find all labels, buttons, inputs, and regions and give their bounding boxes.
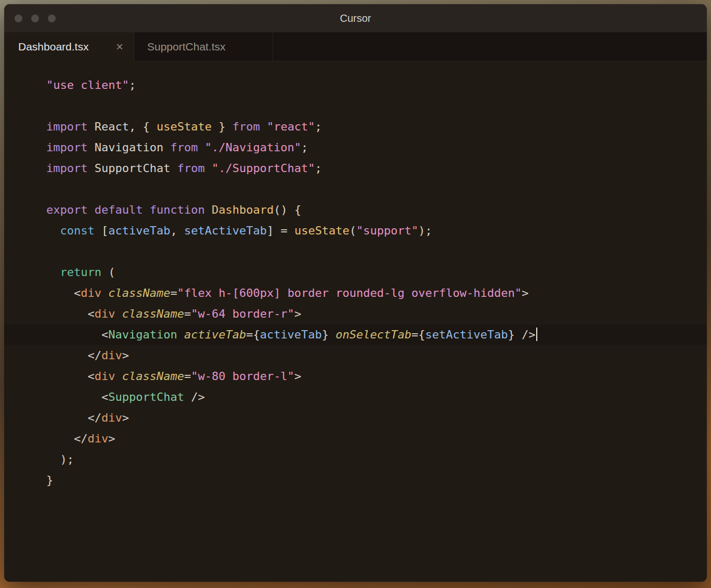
- code-token: [: [95, 224, 109, 237]
- code-token: activeTab: [184, 328, 246, 341]
- code-area[interactable]: "use client";import React, { useState } …: [4, 61, 707, 582]
- code-token: </: [46, 411, 101, 424]
- code-token: Dashboard: [212, 203, 274, 216]
- code-line[interactable]: [4, 179, 707, 200]
- code-token: [101, 286, 108, 299]
- code-token: useState: [294, 224, 350, 237]
- code-token: >: [294, 307, 301, 320]
- code-token: const: [60, 224, 95, 237]
- code-token: "support": [356, 224, 418, 237]
- code-token: </: [46, 349, 101, 362]
- code-token: ,: [170, 224, 184, 237]
- code-line[interactable]: const [activeTab, setActiveTab] = useSta…: [4, 220, 707, 241]
- code-line[interactable]: </div>: [4, 408, 707, 428]
- code-token: div: [101, 349, 122, 362]
- code-line[interactable]: }: [4, 470, 707, 491]
- code-token: >: [522, 286, 528, 299]
- code-line[interactable]: );: [4, 449, 707, 470]
- code-token: activeTab: [260, 328, 322, 341]
- code-token: import: [46, 120, 87, 133]
- code-line[interactable]: <Navigation activeTab={activeTab} onSele…: [4, 324, 707, 345]
- code-token: );: [46, 453, 74, 466]
- code-line[interactable]: import Navigation from "./Navigation";: [4, 137, 707, 158]
- text-cursor: [536, 328, 537, 341]
- code-token: ;: [301, 141, 308, 154]
- code-token: ={: [246, 328, 260, 341]
- code-token: "w-80 border-l": [191, 370, 294, 383]
- code-token: from: [232, 120, 260, 133]
- code-line[interactable]: [4, 96, 707, 116]
- code-line[interactable]: import SupportChat from "./SupportChat";: [4, 158, 707, 179]
- code-token: function: [150, 203, 205, 216]
- code-token: "./Navigation": [205, 141, 301, 154]
- code-token: setActiveTab: [425, 328, 508, 341]
- tab-supportchat[interactable]: SupportChat.tsx: [134, 32, 273, 61]
- code-token: (: [101, 266, 115, 279]
- code-token: onSelectTab: [335, 328, 411, 341]
- code-token: =: [170, 286, 177, 299]
- code-token: default: [95, 203, 143, 216]
- code-line[interactable]: </div>: [4, 345, 707, 366]
- code-token: from: [170, 141, 198, 154]
- code-token: [205, 203, 212, 216]
- code-line[interactable]: import React, { useState } from "react";: [4, 116, 707, 137]
- code-line[interactable]: <div className="w-80 border-l">: [4, 366, 707, 387]
- code-token: >: [294, 370, 301, 383]
- code-token: className: [122, 370, 184, 383]
- code-token: =: [184, 370, 191, 383]
- code-token: div: [87, 432, 108, 445]
- code-token: [177, 328, 184, 341]
- close-window-button[interactable]: [15, 15, 22, 22]
- code-token: (: [350, 224, 356, 237]
- minimize-window-button[interactable]: [31, 15, 39, 22]
- code-token: div: [95, 307, 115, 320]
- code-token: Navigation: [108, 328, 177, 341]
- tab-dashboard[interactable]: Dashboard.tsx ×: [4, 32, 134, 61]
- code-line[interactable]: return (: [4, 262, 707, 283]
- code-token: React, {: [87, 120, 156, 133]
- code-token: >: [122, 349, 129, 362]
- code-token: [198, 141, 204, 154]
- code-token: export: [46, 203, 87, 216]
- code-token: "w-64 border-r": [191, 307, 294, 320]
- code-token: [46, 224, 60, 237]
- code-token: <: [46, 328, 108, 341]
- code-token: className: [122, 307, 184, 320]
- code-token: import: [46, 162, 87, 175]
- code-token: <: [46, 390, 108, 403]
- code-line[interactable]: export default function Dashboard() {: [4, 200, 707, 220]
- code-token: div: [81, 286, 101, 299]
- code-line[interactable]: <SupportChat />: [4, 387, 707, 408]
- close-icon[interactable]: ×: [116, 41, 123, 53]
- code-token: "use client": [46, 79, 129, 92]
- code-token: ;: [315, 120, 322, 133]
- titlebar[interactable]: Cursor: [4, 4, 707, 32]
- code-token: <: [46, 370, 95, 383]
- code-token: [143, 203, 149, 216]
- tab-label: Dashboard.tsx: [18, 41, 88, 53]
- code-line[interactable]: "use client";: [4, 75, 707, 96]
- code-token: <: [46, 286, 81, 299]
- code-token: "flex h-[600px] border rounded-lg overfl…: [177, 286, 522, 299]
- code-line[interactable]: <div className="flex h-[600px] border ro…: [4, 283, 707, 304]
- code-token: [87, 203, 94, 216]
- code-token: return: [60, 266, 101, 279]
- zoom-window-button[interactable]: [48, 15, 56, 22]
- code-token: [115, 370, 122, 383]
- app-window: Cursor Dashboard.tsx × SupportChat.tsx "…: [4, 4, 707, 582]
- code-token: ] =: [267, 224, 294, 237]
- code-token: >: [108, 432, 115, 445]
- code-token: () {: [274, 203, 301, 216]
- code-token: [46, 266, 60, 279]
- code-line[interactable]: <div className="w-64 border-r">: [4, 304, 707, 324]
- code-token: =: [184, 307, 191, 320]
- code-token: "./SupportChat": [212, 162, 315, 175]
- code-token: ={: [411, 328, 425, 341]
- code-token: } />: [508, 328, 536, 341]
- code-token: />: [184, 390, 205, 403]
- code-token: }: [46, 474, 53, 487]
- code-line[interactable]: </div>: [4, 428, 707, 449]
- code-token: Navigation: [87, 141, 170, 154]
- code-line[interactable]: [4, 241, 707, 262]
- code-token: div: [95, 370, 115, 383]
